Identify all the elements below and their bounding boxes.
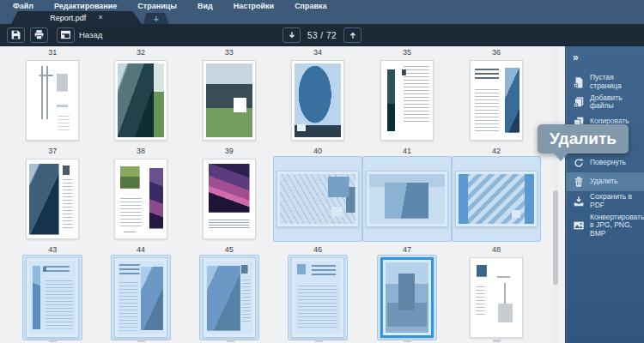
menu-item-edit[interactable]: Редактирование [54,2,117,10]
page-thumbnail-47[interactable] [380,257,434,338]
page-preview-art [118,261,164,334]
page-cell-41: 41 [362,147,452,242]
page-thumbnail-31[interactable] [26,60,79,141]
page-thumbnail-44[interactable] [114,257,167,338]
page-cell-34: 34 [273,48,362,143]
blank-page-icon [572,75,585,88]
delete-tooltip-arrow [553,153,568,161]
sidebar-item-label: Добавить файлы [590,94,642,111]
page-thumb-wrap [199,255,259,340]
page-thumbnail-33[interactable] [203,60,256,141]
menu-item-view[interactable]: Вид [197,2,213,10]
page-number: 36 [492,48,501,57]
page-preview-art [295,261,341,334]
page-thumbnail-41[interactable] [366,171,448,227]
page-thumb-wrap [22,255,82,340]
page-cell-35: 35 [362,48,452,143]
page-thumbnail-42[interactable] [455,171,538,227]
page-number: 40 [313,147,322,155]
page-cell-32: 32 [97,48,185,143]
page-thumbnail-34[interactable] [291,60,344,141]
convert-image-icon [572,220,585,232]
page-preview-art [386,262,428,333]
page-thumbnail-45[interactable] [203,257,256,338]
page-number: 39 [225,147,234,155]
page-indicator: 53 / 72 [307,31,337,40]
menu-item-settings[interactable]: Настройки [234,2,274,10]
page-thumb-wrap [22,57,82,143]
sidebar-item-convert[interactable]: Конвертировать в JPG, PNG, BMP [566,212,644,240]
page-cell-48: 48 [452,245,541,340]
scrollbar-thumb[interactable] [553,190,558,285]
sidebar-item-rotate[interactable]: Повернуть [566,153,644,172]
page-preview-art [118,162,164,236]
sidebar-item-add-files[interactable]: Добавить файлы [566,93,644,113]
page-number: 35 [403,48,411,57]
page-thumb-wrap [288,57,348,143]
page-cell-45: 45 [185,245,273,340]
page-preview-art [206,63,252,137]
page-preview-art [206,162,252,236]
page-preview-art [473,261,519,334]
page-number: 48 [492,245,501,254]
page-thumb-wrap [377,57,437,143]
back-button[interactable]: Назад [57,27,102,43]
menu-item-pages[interactable]: Страницы [137,2,177,10]
page-preview-art [29,162,76,236]
page-thumb-wrap [377,255,437,340]
save-icon [10,29,21,40]
back-button-label: Назад [79,30,102,39]
page-down-button[interactable] [283,27,301,43]
trash-icon [572,176,585,189]
save-button[interactable] [7,27,25,43]
page-thumb-wrap [466,255,526,340]
chevrons-right-icon: » [573,51,579,63]
page-number: 42 [492,147,501,155]
page-preview-art [369,174,445,224]
page-thumbnail-37[interactable] [26,159,79,239]
page-thumb-wrap [199,57,259,143]
page-thumbnail-46[interactable] [291,257,344,338]
page-thumbnail-43[interactable] [26,257,79,338]
page-thumbnail-35[interactable] [380,60,434,141]
page-thumbnail-39[interactable] [203,159,256,239]
sidebar-item-label: Сохранить в PDF [590,193,642,210]
tab-close-button[interactable]: × [98,14,102,21]
page-number: 34 [313,48,322,57]
menu-item-file[interactable]: Файл [13,2,33,10]
pdf-editor-window: ФайлРедактированиеСтраницыВидНастройкиСп… [0,0,644,343]
menu-bar: ФайлРедактированиеСтраницыВидНастройкиСп… [0,0,644,11]
new-tab-button[interactable]: + [143,13,169,24]
page-cell-31: 31 [9,48,97,143]
page-number: 41 [403,147,411,155]
page-preview-art [295,63,341,137]
delete-tooltip-text: Удалить [550,129,617,148]
page-thumbnail-40[interactable] [276,171,359,227]
page-number: 45 [225,245,234,254]
page-thumb-wrap [273,156,362,242]
arrow-down-icon [286,30,296,40]
sidebar-item-delete[interactable]: Удалить [566,172,644,191]
next-row-hint [9,340,541,343]
menu-item-help[interactable]: Справка [295,2,326,10]
page-cell-36: 36 [452,48,541,143]
page-thumb-wrap [288,255,348,340]
page-thumb-wrap [22,156,82,242]
page-number: 31 [48,48,57,57]
page-cell-40: 40 [273,147,362,242]
page-thumb-wrap [452,156,541,242]
page-thumb-wrap [111,57,171,143]
page-preview-art [473,63,519,137]
page-thumbnail-38[interactable] [114,159,167,239]
page-thumb-wrap [362,156,452,242]
print-button[interactable] [30,27,48,43]
tab-report-pdf[interactable]: Report.pdf × [11,11,142,24]
page-thumbnail-36[interactable] [470,60,523,141]
page-thumbnail-32[interactable] [114,60,167,141]
sidebar-item-blank-page[interactable]: Пустая страница [566,72,644,93]
sidebar-item-save-pdf[interactable]: Сохранить в PDF [566,191,644,212]
main-area: 313233343536373839404142434445464748 » П… [0,46,644,343]
sidebar-collapse-button[interactable]: » [566,50,644,65]
page-up-button[interactable] [343,27,361,43]
page-thumbnail-48[interactable] [470,257,523,338]
